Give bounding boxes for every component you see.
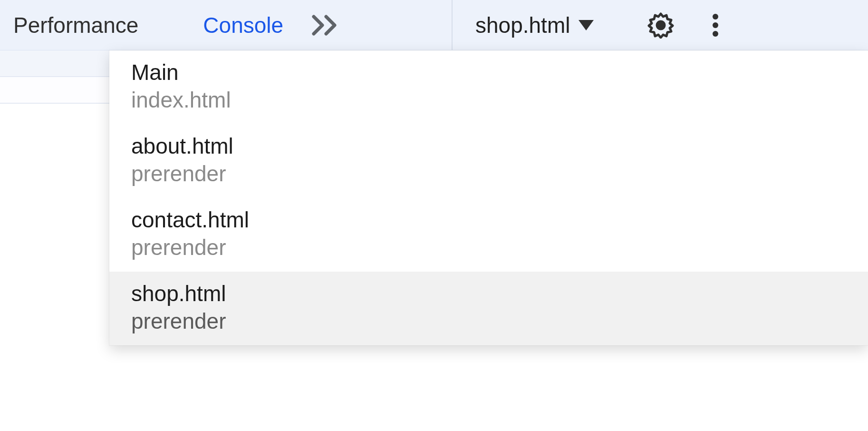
target-option-title: about.html xyxy=(131,133,846,160)
svg-point-2 xyxy=(713,22,718,28)
svg-point-0 xyxy=(657,21,665,29)
target-option-title: shop.html xyxy=(131,280,846,308)
target-option-shop[interactable]: shop.html prerender xyxy=(109,272,868,345)
target-option-title: contact.html xyxy=(131,206,846,234)
panel-row xyxy=(0,77,109,104)
kebab-menu-icon xyxy=(712,12,719,39)
caret-down-icon xyxy=(579,20,594,30)
target-option-subtitle: index.html xyxy=(131,87,846,114)
target-option-subtitle: prerender xyxy=(131,308,846,335)
more-options-button[interactable] xyxy=(699,0,732,50)
target-selector-label: shop.html xyxy=(475,12,570,38)
toolbar-divider xyxy=(452,0,453,50)
target-option-contact[interactable]: contact.html prerender xyxy=(109,198,868,272)
target-dropdown: Main index.html about.html prerender con… xyxy=(109,50,868,345)
svg-point-3 xyxy=(713,31,718,37)
target-option-title: Main xyxy=(131,59,846,87)
chevron-double-right-icon xyxy=(311,14,341,37)
target-option-subtitle: prerender xyxy=(131,160,846,188)
panel-row xyxy=(0,50,109,77)
target-option-subtitle: prerender xyxy=(131,234,846,262)
devtools-toolbar: Performance Console shop.html xyxy=(0,0,868,50)
svg-point-1 xyxy=(713,14,718,20)
target-selector[interactable]: shop.html xyxy=(475,0,594,50)
tab-console-label: Console xyxy=(203,12,283,38)
tab-performance-label: Performance xyxy=(13,12,138,38)
gear-icon xyxy=(647,12,674,39)
tab-console[interactable]: Console xyxy=(190,0,297,50)
target-option-about[interactable]: about.html prerender xyxy=(109,124,868,198)
more-tabs-button[interactable] xyxy=(311,0,341,50)
tab-performance[interactable]: Performance xyxy=(0,0,152,50)
target-option-main[interactable]: Main index.html xyxy=(109,50,868,124)
settings-button[interactable] xyxy=(642,0,680,50)
